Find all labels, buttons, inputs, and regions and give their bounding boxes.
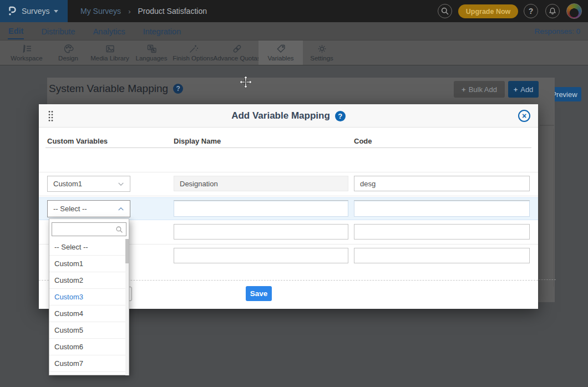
modal-title: Add Variable Mapping: [231, 110, 330, 121]
variable-select-row1[interactable]: Custom1: [47, 176, 130, 192]
variable-dropdown-panel: -- Select -- Custom1 Custom2 Custom3 Cus…: [49, 218, 129, 375]
chain-link-icon: [232, 44, 242, 54]
toolbar-item-design[interactable]: Design: [46, 40, 90, 65]
help-button[interactable]: ?: [524, 4, 538, 18]
modal-header: Add Variable Mapping ? ×: [39, 104, 538, 128]
modal-help-button[interactable]: ?: [335, 111, 346, 121]
dropdown-option-list: -- Select -- Custom1 Custom2 Custom3 Cus…: [49, 239, 129, 375]
upgrade-now-button[interactable]: Upgrade Now: [458, 4, 518, 18]
dropdown-option-partial[interactable]: [49, 372, 129, 375]
display-name-input-row3[interactable]: [174, 201, 348, 217]
app-window: Surveys My Surveys › Product Satisfactio…: [0, 0, 588, 387]
chevron-down-icon: [54, 10, 58, 13]
breadcrumb-separator-icon: ›: [128, 7, 130, 16]
tab-integration[interactable]: Integration: [143, 24, 182, 39]
product-switcher[interactable]: Surveys: [0, 0, 68, 22]
column-header-custom-variables: Custom Variables: [47, 137, 108, 145]
header-divider: [45, 147, 531, 148]
column-header-code: Code: [354, 137, 372, 145]
search-button[interactable]: [438, 4, 452, 18]
code-input-row1[interactable]: [354, 176, 530, 191]
row-divider: [39, 196, 538, 196]
breadcrumb-current-survey: Product Satisfaction: [138, 7, 207, 16]
display-name-input-row5[interactable]: [174, 248, 348, 263]
display-name-input-row4[interactable]: [174, 224, 348, 240]
column-header-display-name: Display Name: [174, 137, 221, 145]
dropdown-option-highlighted[interactable]: Custom3: [49, 289, 129, 305]
search-icon: [115, 226, 123, 233]
background-table-edge: [553, 129, 554, 287]
dropdown-option[interactable]: Custom4: [49, 305, 129, 322]
background-divider: [540, 125, 554, 126]
gear-icon: [317, 44, 327, 54]
plus-icon: +: [462, 85, 466, 94]
toolbar-item-languages[interactable]: Languages: [129, 40, 174, 65]
questionpro-logo-icon: [7, 6, 18, 17]
background-dashed-divider: [539, 279, 556, 280]
breadcrumb-my-surveys[interactable]: My Surveys: [80, 7, 121, 16]
dropdown-option[interactable]: Custom7: [49, 355, 129, 372]
tab-analytics[interactable]: Analytics: [93, 24, 126, 39]
tag-icon: [276, 44, 286, 54]
question-mark-icon: ?: [529, 7, 534, 16]
dropdown-option[interactable]: Custom5: [49, 322, 129, 339]
avatar[interactable]: [566, 3, 582, 19]
modal-body: Custom Variables Display Name Code Custo…: [39, 128, 538, 309]
question-mark-icon: ?: [176, 85, 180, 93]
edit-toolbar: Workspace Design Media Library Languag: [0, 40, 588, 65]
close-icon: ×: [522, 111, 526, 120]
dropdown-search-box: [52, 222, 126, 236]
workspace-icon: [22, 44, 32, 54]
dropdown-search-input[interactable]: [55, 226, 115, 233]
responses-count[interactable]: Responses: 0: [534, 22, 580, 40]
survey-nav: Edit Distribute Analytics Integration Re…: [0, 22, 588, 40]
question-mark-icon: ?: [338, 112, 342, 120]
dropdown-option[interactable]: -- Select --: [49, 239, 129, 256]
product-name: Surveys: [22, 7, 50, 16]
magic-wand-icon: [188, 44, 199, 54]
move-cursor-icon: [239, 75, 252, 89]
toolbar-item-settings[interactable]: Settings: [300, 40, 344, 65]
bulk-add-button[interactable]: +Bulk Add: [454, 81, 505, 98]
dropdown-option[interactable]: Custom2: [49, 272, 129, 289]
row-divider: [39, 172, 538, 172]
tab-edit[interactable]: Edit: [8, 23, 24, 39]
dropdown-option[interactable]: Custom1: [49, 256, 129, 272]
add-variable-mapping-modal: Add Variable Mapping ? × Custom Variable…: [39, 104, 538, 309]
code-input-row4[interactable]: [354, 224, 530, 240]
plus-icon: +: [514, 85, 518, 94]
save-button[interactable]: Save: [246, 286, 272, 301]
dropdown-scrollbar-thumb[interactable]: [125, 239, 129, 263]
dropdown-scrollbar[interactable]: [125, 239, 129, 375]
add-button[interactable]: +Add: [508, 81, 539, 98]
toolbar-item-advance-quotas[interactable]: Advance Quotas: [215, 40, 259, 65]
page-help-button[interactable]: ?: [173, 84, 183, 94]
bell-icon: [548, 7, 557, 16]
image-icon: [105, 44, 115, 54]
dropdown-option[interactable]: Custom6: [49, 339, 129, 355]
chevron-up-icon: [118, 207, 124, 211]
notifications-button[interactable]: [545, 4, 560, 18]
code-input-row3[interactable]: [354, 201, 530, 217]
code-input-row5[interactable]: [354, 248, 530, 263]
top-header: Surveys My Surveys › Product Satisfactio…: [0, 0, 588, 22]
variable-select-row3[interactable]: -- Select --: [47, 200, 130, 217]
palette-icon: [63, 44, 74, 54]
toolbar-item-variables[interactable]: Variables: [258, 40, 303, 65]
page-title: System Variable Mapping: [49, 83, 168, 95]
display-name-input-row1[interactable]: [174, 176, 348, 191]
modal-close-button[interactable]: ×: [518, 110, 530, 122]
breadcrumb: My Surveys › Product Satisfaction: [80, 0, 207, 22]
toolbar-item-media-library[interactable]: Media Library: [88, 40, 132, 65]
tab-distribute[interactable]: Distribute: [40, 24, 75, 39]
search-icon: [440, 7, 449, 16]
toolbar-item-workspace[interactable]: Workspace: [4, 40, 49, 65]
translate-icon: [146, 44, 157, 54]
toolbar-item-finish-options[interactable]: Finish Options: [171, 40, 215, 65]
chevron-down-icon: [118, 182, 124, 186]
